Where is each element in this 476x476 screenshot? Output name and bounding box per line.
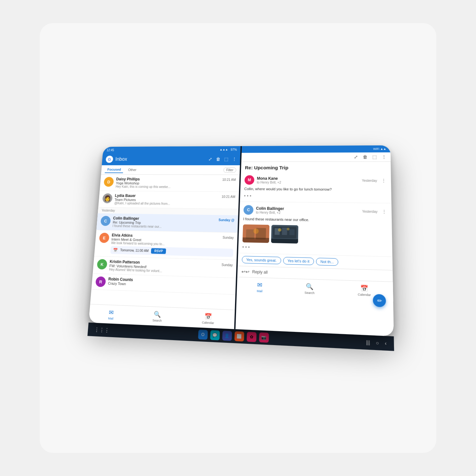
dock-app-social[interactable]: 👤 (222, 331, 232, 341)
email-content-lydia: Lydia Bauer 10:21 AM Team Pictures @Katr… (114, 193, 235, 206)
nav-calendar-label-right: Calendar (358, 293, 371, 297)
gmail-icon: G (105, 156, 113, 163)
dock-app-camera[interactable]: 📷 (259, 332, 269, 342)
nav-mail[interactable]: ✉ Mail (108, 308, 114, 320)
calendar-icon: 📅 (204, 312, 212, 320)
msg-more-colin[interactable]: ⋮ (382, 209, 387, 214)
expand-icon[interactable]: ⤢ (208, 157, 212, 162)
msg-ellipsis-colin: • • • (242, 244, 387, 253)
dock-apps: O 💬 👤 ⬜ ✿ 📷 (198, 330, 269, 343)
msg-time-mona: Yesterday (362, 179, 377, 182)
event-time: Tomorrow, 11:00 AM (120, 248, 149, 253)
detail-archive-icon[interactable]: ⬚ (372, 154, 377, 160)
detail-toolbar: ⤢ 🗑 ⬚ ⋮ (241, 152, 391, 162)
quick-reply-3[interactable]: Not th... (316, 258, 338, 266)
tab-focused[interactable]: Focused (105, 166, 124, 173)
mail-icon: ✉ (109, 308, 114, 316)
detail-delete-icon[interactable]: 🗑 (363, 154, 368, 160)
msg-sender-info-mona: Mona Kane to Henry Brill, +2 (257, 176, 359, 185)
email-content-robin: Robin Counts Crazy Town (108, 277, 232, 289)
svg-rect-4 (243, 237, 269, 243)
msg-time-colin: Yesterday (362, 210, 377, 214)
header-icons: ⤢ 🗑 ⬚ ⋮ (208, 157, 237, 162)
svg-rect-12 (271, 239, 298, 244)
dock-app-flower[interactable]: ✿ (247, 332, 257, 342)
recent-apps-button[interactable]: ||| (366, 339, 370, 345)
time-colin: Sunday @ (218, 218, 234, 222)
avatar-colin: C (100, 216, 111, 226)
more-icon[interactable]: ⋮ (232, 157, 237, 162)
detail-expand-icon[interactable]: ⤢ (354, 154, 358, 159)
inbox-title: Inbox (115, 156, 206, 162)
email-content-elvia: Elvia Atkins Sunday Intern Meet & Greet … (110, 233, 234, 257)
sender-elvia: Elvia Atkins (112, 233, 133, 238)
nav-search-right[interactable]: 🔍 Search (304, 283, 314, 295)
archive-icon[interactable]: ⬚ (224, 157, 228, 162)
filter-button[interactable]: Filter (223, 167, 236, 173)
delete-icon[interactable]: 🗑 (216, 157, 220, 162)
svg-rect-9 (289, 229, 295, 235)
msg-body-colin: I found these restaurants near our offic… (243, 217, 387, 224)
avatar-elvia: E (99, 233, 109, 243)
calendar-event-elvia: 📅 Tomorrow, 11:00 AM RSVP (110, 246, 233, 257)
search-icon: 🔍 (154, 310, 161, 318)
email-item-daisy[interactable]: D Daisy Phillips 10:21 AM Yoga Workshop … (99, 175, 240, 192)
avatar-lydia: 👩 (102, 193, 113, 203)
quick-reply-1[interactable]: Yes, sounds great. (242, 256, 281, 264)
calendar-icon-right: 📅 (360, 285, 368, 293)
phone-body: 12:45 ▲▲▲ 97% G Inbox ⤢ 🗑 ⬚ (89, 145, 394, 337)
msg-sender-info-colin: Colin Ballinger to Henry Brill, +2 (256, 206, 359, 216)
dock-app-chat[interactable]: 💬 (210, 330, 220, 340)
time-elvia: Sunday (222, 236, 234, 240)
email-item-colin[interactable]: C Colin Ballinger Sunday @ Re: Upcoming … (96, 213, 238, 233)
sender-colin: Colin Ballinger (113, 216, 139, 220)
restaurant-image-1 (243, 224, 270, 243)
detail-subject: Re: Upcoming Trip (240, 162, 391, 172)
email-content-daisy: Daisy Phillips 10:21 AM Yoga Workshop He… (115, 177, 236, 189)
back-button[interactable]: ‹ (385, 340, 386, 346)
home-button[interactable]: ○ (376, 340, 379, 346)
restaurant-images (243, 224, 387, 246)
quick-reply-2[interactable]: Yes let's do it (283, 257, 314, 265)
message-header-mona: M Mona Kane to Henry Brill, +2 Yesterday… (244, 175, 386, 185)
msg-avatar-colin: C (243, 205, 254, 215)
nav-calendar[interactable]: 📅 Calendar (202, 312, 215, 325)
tab-bar: Focused Other Filter (101, 165, 240, 175)
img-placeholder-1 (243, 224, 270, 243)
page-background: 12:45 ▲▲▲ 97% G Inbox ⤢ 🗑 ⬚ (40, 23, 436, 453)
nav-mail-right[interactable]: ✉ Mail (257, 281, 263, 293)
detail-more-icon[interactable]: ⋮ (381, 154, 386, 160)
nav-search[interactable]: 🔍 Search (152, 310, 162, 322)
nav-calendar-label: Calendar (202, 321, 214, 325)
rsvp-button[interactable]: RSVP (151, 248, 166, 254)
img-placeholder-2 (271, 225, 298, 244)
email-item-elvia[interactable]: E Elvia Atkins Sunday Intern Meet & Gree… (94, 230, 238, 260)
nav-search-label: Search (152, 318, 162, 322)
preview-daisy: Hey Katri, this is coming up this weeke.… (115, 185, 236, 189)
status-bar: 12:45 ▲▲▲ 97% (103, 146, 241, 153)
msg-body-mona: Collin, where would you like to go for l… (244, 186, 386, 192)
avatar-robin: R (95, 276, 106, 287)
dock-app-orange[interactable]: ⬜ (234, 331, 244, 341)
msg-ellipsis-mona: • • • (244, 193, 386, 200)
message-colin: C Colin Ballinger to Henry Brill, +2 Yes… (237, 202, 392, 257)
time-kristin: Sunday (221, 263, 233, 267)
right-panel: WiFi ▲▲ ⤢ 🗑 ⬚ ⋮ Re: Upcoming Trip M (235, 145, 394, 337)
nav-calendar-right[interactable]: 📅 Calendar (358, 285, 371, 297)
email-item-lydia[interactable]: 👩 Lydia Bauer 10:21 AM Team Pictures @Ka… (98, 191, 239, 209)
restaurant-image-2 (271, 225, 298, 244)
msg-sender-name-mona: Mona Kane (257, 176, 359, 181)
apps-grid-icon[interactable]: ⋮⋮⋮ (94, 326, 109, 333)
status-bar-right: WiFi ▲▲ (241, 145, 390, 153)
email-content-kristin: Kristin Patterson Sunday FW: Volunteers … (109, 259, 233, 275)
tab-other[interactable]: Other (126, 167, 139, 173)
svg-rect-8 (282, 228, 287, 235)
phone-wrapper: 12:45 ▲▲▲ 97% G Inbox ⤢ 🗑 ⬚ (88, 145, 394, 344)
email-content-colin: Colin Ballinger Sunday @ Re: Upcoming Tr… (112, 216, 234, 230)
time-daisy: 10:21 AM (222, 178, 236, 181)
nav-mail-label: Mail (108, 317, 114, 320)
dock-app-outlook[interactable]: O (198, 330, 208, 340)
msg-more-mona[interactable]: ⋮ (381, 178, 386, 183)
search-icon-right: 🔍 (306, 283, 313, 291)
time-lydia: 10:21 AM (221, 195, 235, 198)
